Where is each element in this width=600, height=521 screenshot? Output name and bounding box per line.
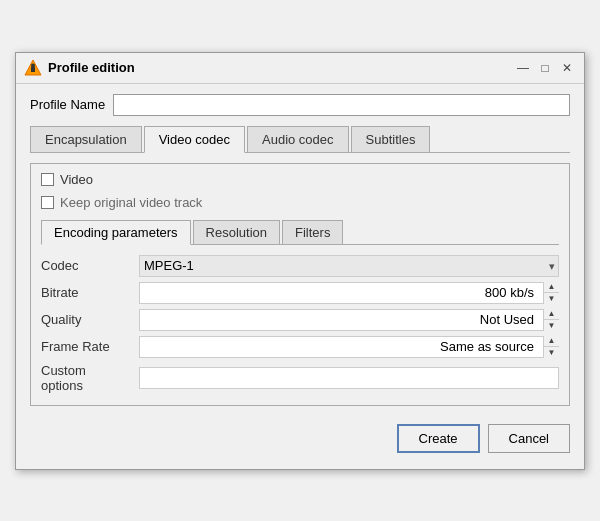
tab-encapsulation[interactable]: Encapsulation (30, 126, 142, 152)
frame-rate-decrement-button[interactable]: ▼ (544, 347, 559, 358)
maximize-button[interactable]: □ (536, 59, 554, 77)
title-bar-left: Profile edition (24, 59, 135, 77)
profile-edition-window: Profile edition — □ ✕ Profile Name Encap… (15, 52, 585, 470)
svg-point-2 (31, 63, 35, 67)
tab-subtitles[interactable]: Subtitles (351, 126, 431, 152)
quality-decrement-button[interactable]: ▼ (544, 320, 559, 331)
bitrate-spin-buttons: ▲ ▼ (543, 282, 559, 304)
frame-rate-label: Frame Rate (41, 339, 131, 354)
sub-tab-encoding[interactable]: Encoding parameters (41, 220, 191, 245)
window-title: Profile edition (48, 60, 135, 75)
bitrate-input-wrapper: ▲ ▼ (139, 282, 559, 304)
title-bar: Profile edition — □ ✕ (16, 53, 584, 84)
video-section-title: Video (60, 172, 93, 187)
custom-options-label: Custom options (41, 363, 131, 393)
keep-original-row: Keep original video track (41, 195, 559, 210)
video-checkbox[interactable] (41, 173, 54, 186)
quality-input[interactable] (139, 309, 559, 331)
sub-tabs-row: Encoding parameters Resolution Filters (41, 220, 559, 245)
custom-options-input[interactable] (139, 367, 559, 389)
main-tabs-row: Encapsulation Video codec Audio codec Su… (30, 126, 570, 153)
close-button[interactable]: ✕ (558, 59, 576, 77)
codec-select[interactable]: MPEG-1 (139, 255, 559, 277)
svg-rect-1 (31, 67, 35, 72)
window-content: Profile Name Encapsulation Video codec A… (16, 84, 584, 469)
vlc-icon (24, 59, 42, 77)
create-button[interactable]: Create (397, 424, 480, 453)
frame-rate-input[interactable] (139, 336, 559, 358)
profile-name-input[interactable] (113, 94, 570, 116)
profile-name-label: Profile Name (30, 97, 105, 112)
quality-input-wrapper: ▲ ▼ (139, 309, 559, 331)
frame-rate-increment-button[interactable]: ▲ (544, 336, 559, 348)
bitrate-label: Bitrate (41, 285, 131, 300)
cancel-button[interactable]: Cancel (488, 424, 570, 453)
minimize-button[interactable]: — (514, 59, 532, 77)
quality-spin-buttons: ▲ ▼ (543, 309, 559, 331)
quality-increment-button[interactable]: ▲ (544, 309, 559, 321)
bitrate-input[interactable] (139, 282, 559, 304)
profile-name-row: Profile Name (30, 94, 570, 116)
video-section: Video Keep original video track Encoding… (30, 163, 570, 406)
quality-label: Quality (41, 312, 131, 327)
bitrate-decrement-button[interactable]: ▼ (544, 293, 559, 304)
tab-video-codec[interactable]: Video codec (144, 126, 245, 153)
keep-original-label: Keep original video track (60, 195, 202, 210)
sub-tab-resolution[interactable]: Resolution (193, 220, 280, 244)
encoding-params-grid: Codec MPEG-1 Bitrate ▲ ▼ Quality (41, 255, 559, 393)
bitrate-increment-button[interactable]: ▲ (544, 282, 559, 294)
codec-select-wrapper: MPEG-1 (139, 255, 559, 277)
video-section-header: Video (41, 172, 559, 187)
frame-rate-spin-buttons: ▲ ▼ (543, 336, 559, 358)
tab-audio-codec[interactable]: Audio codec (247, 126, 349, 152)
title-bar-buttons: — □ ✕ (514, 59, 576, 77)
sub-tab-filters[interactable]: Filters (282, 220, 343, 244)
frame-rate-input-wrapper: ▲ ▼ (139, 336, 559, 358)
codec-label: Codec (41, 258, 131, 273)
footer: Create Cancel (30, 414, 570, 457)
keep-original-checkbox[interactable] (41, 196, 54, 209)
